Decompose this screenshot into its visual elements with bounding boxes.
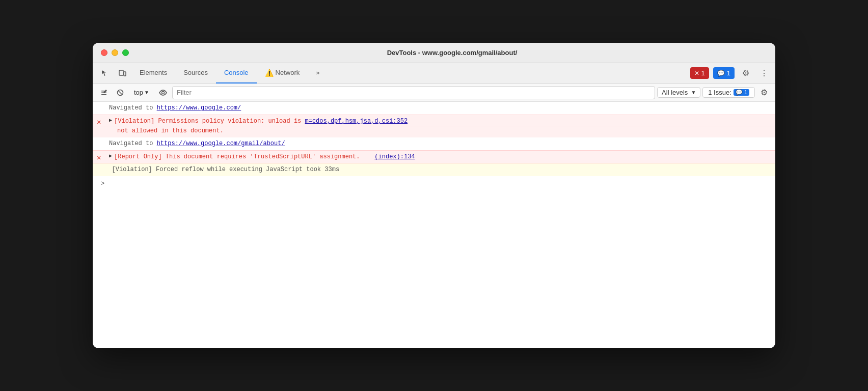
issues-button[interactable]: 1 Issue: 💬 1 [702,87,755,98]
message-badge-icon: 💬 [717,70,725,77]
error-message-1: [Violation] Permissions policy violation… [114,117,305,126]
close-button[interactable] [101,49,107,56]
report-link-1[interactable]: (index):134 [374,152,415,161]
warning-icon: ⚠️ [265,69,274,77]
filter-input[interactable] [172,86,655,99]
navigate-text-2: Navigated to [109,139,157,148]
title-bar: DevTools - www.google.com/gmail/about/ [93,43,775,63]
expand-arrow-1[interactable]: ▶ [109,117,112,124]
svg-point-8 [161,91,164,94]
chevron-down-icon: ▼ [144,90,149,95]
error-icon-2: ✕ [97,153,101,163]
block-icon[interactable] [113,86,127,100]
inspect-element-icon[interactable] [97,65,113,81]
error-message-1b: not allowed in this document. [117,126,224,135]
issues-badge-icon: 💬 [736,89,743,95]
console-prompt: > [93,176,775,191]
window-title: DevTools - www.google.com/gmail/about/ [137,49,767,57]
console-line-error-1b: not allowed in this document. [93,126,775,137]
tab-sources[interactable]: Sources [175,63,216,83]
svg-rect-4 [101,94,106,95]
levels-chevron-icon: ▼ [691,90,696,95]
console-settings-button[interactable]: ⚙ [757,86,771,100]
tab-network[interactable]: ⚠️ Network [257,63,308,83]
console-line-navigate-1: Navigated to https://www.google.com/ [93,102,775,115]
console-line-warning-1: [Violation] Forced reflow while executin… [93,163,775,176]
tab-right-icons: ✕ 1 💬 1 ⚙ ⋮ [690,66,771,80]
eye-icon[interactable] [156,86,170,100]
minimize-button[interactable] [112,49,118,56]
console-output: Navigated to https://www.google.com/ ✕ ▶… [93,102,775,348]
svg-rect-0 [119,70,123,75]
svg-line-7 [118,91,122,95]
navigate-link-2[interactable]: https://www.google.com/gmail/about/ [157,139,285,148]
console-toolbar: top ▼ All levels ▼ 1 Issue: 💬 1 [93,83,775,102]
navigate-link-1[interactable]: https://www.google.com/ [157,103,241,113]
message-badge-button[interactable]: 💬 1 [713,67,735,79]
svg-rect-1 [124,72,126,76]
log-levels-selector[interactable]: All levels ▼ [657,87,700,98]
devtools-window: DevTools - www.google.com/gmail/about/ E… [93,43,775,348]
issues-badge: 💬 1 [734,89,749,96]
maximize-button[interactable] [122,49,129,56]
settings-button[interactable]: ⚙ [739,66,753,80]
context-selector[interactable]: top ▼ [129,87,154,98]
error-badge-icon: ✕ [694,70,699,77]
tab-more[interactable]: » [308,63,328,83]
tab-elements[interactable]: Elements [131,63,175,83]
devtools-body: Elements Sources Console ⚠️ Network » ✕ … [93,63,775,348]
console-line-error-2: ✕ ▶ [Report Only] This document requires… [93,150,775,163]
navigate-text-1: Navigated to [109,103,157,113]
console-input[interactable] [106,180,771,187]
violation-link-1[interactable]: m=cdos,dpf,hsm,jsa,d,csi:352 [305,117,408,126]
console-line-navigate-2: Navigated to https://www.google.com/gmai… [93,137,775,150]
traffic-lights [101,49,129,56]
clear-console-button[interactable] [97,86,111,100]
warning-message-1: [Violation] Forced reflow while executin… [101,165,339,174]
console-line-error-1: ✕ ▶ [Violation] Permissions policy viola… [93,115,775,126]
device-toolbar-icon[interactable] [114,65,130,81]
prompt-char: > [101,179,104,188]
tab-bar: Elements Sources Console ⚠️ Network » ✕ … [93,63,775,83]
error-badge-button[interactable]: ✕ 1 [690,67,709,79]
more-options-button[interactable]: ⋮ [757,66,771,80]
error-message-2: [Report Only] This document requires 'Tr… [114,152,374,161]
expand-arrow-2[interactable]: ▶ [109,152,112,160]
tab-console[interactable]: Console [216,63,257,83]
